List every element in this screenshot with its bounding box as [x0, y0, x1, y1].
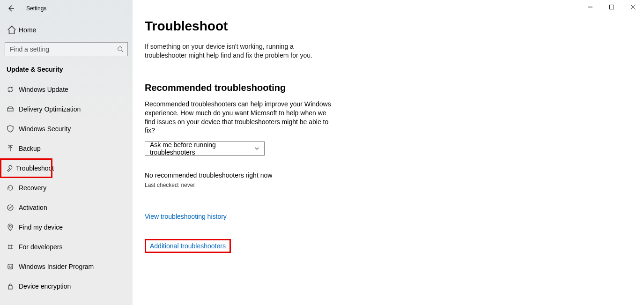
view-history-link[interactable]: View troubleshooting history: [145, 213, 227, 220]
nav-label: Windows Security: [19, 125, 71, 133]
svg-line-2: [122, 51, 124, 52]
sidebar-item-windows-security[interactable]: Windows Security: [0, 119, 133, 139]
check-icon: [7, 204, 17, 211]
search-input[interactable]: [9, 45, 117, 53]
shield-icon: [7, 125, 17, 133]
settings-header-title: Settings: [26, 5, 46, 12]
sidebar-item-troubleshoot[interactable]: Troubleshoot: [0, 158, 52, 178]
sidebar-item-windows-update[interactable]: Windows Update: [0, 80, 133, 99]
content: Troubleshoot If something on your device…: [133, 0, 644, 305]
chevron-down-icon: [254, 146, 259, 151]
sidebar-item-activation[interactable]: Activation: [0, 198, 133, 217]
sidebar-item-for-developers[interactable]: For developers: [0, 237, 133, 257]
svg-point-10: [11, 266, 12, 267]
additional-troubleshooters-link[interactable]: Additional troubleshooters: [150, 242, 226, 250]
maximize-button[interactable]: [601, 0, 622, 14]
location-icon: [7, 223, 17, 231]
sidebar-header: Settings: [0, 0, 133, 17]
sidebar-item-home[interactable]: Home: [0, 20, 133, 40]
recommended-heading: Recommended troubleshooting: [145, 82, 644, 93]
nav-label: Recovery: [19, 184, 46, 192]
maximize-icon: [609, 5, 614, 9]
nav-label: Backup: [19, 145, 41, 152]
sidebar-item-recovery[interactable]: Recovery: [0, 178, 133, 198]
nav-label: Activation: [19, 204, 47, 211]
page-title: Troubleshoot: [145, 19, 644, 34]
search-icon: [117, 46, 124, 52]
sync-icon: [7, 86, 17, 93]
minimize-button[interactable]: [579, 0, 601, 14]
sidebar-item-delivery-optimization[interactable]: Delivery Optimization: [0, 99, 133, 119]
nav-label: Windows Update: [19, 86, 68, 93]
arrow-left-icon: [7, 5, 15, 12]
page-intro: If something on your device isn't workin…: [145, 42, 332, 60]
developer-icon: [7, 243, 17, 251]
nav-label: Windows Insider Program: [19, 263, 94, 270]
dropdown-value: Ask me before running troubleshooters: [150, 141, 254, 156]
sidebar-item-backup[interactable]: Backup: [0, 139, 133, 158]
svg-rect-8: [8, 264, 13, 269]
sidebar-item-insider[interactable]: Windows Insider Program: [0, 257, 133, 276]
wrench-icon: [7, 164, 14, 172]
sidebar-item-device-encryption[interactable]: Device encryption: [0, 276, 133, 296]
search-box[interactable]: [5, 42, 128, 56]
sidebar-nav: Windows Update Delivery Optimization Win…: [0, 80, 133, 296]
nav-label: Find my device: [19, 223, 63, 231]
recovery-icon: [7, 184, 17, 192]
no-recommended-status: No recommended troubleshooters right now: [145, 171, 644, 179]
nav-label: Troubleshoot: [16, 164, 54, 172]
sidebar-item-find-my-device[interactable]: Find my device: [0, 217, 133, 237]
svg-rect-11: [8, 286, 12, 289]
svg-point-7: [9, 225, 11, 227]
nav-label: Device encryption: [19, 283, 71, 290]
nav-label: For developers: [19, 243, 62, 251]
section-title: Update & Security: [0, 56, 133, 75]
sidebar: Settings Home Update & Security Windows …: [0, 0, 133, 305]
home-icon: [7, 25, 17, 35]
svg-rect-13: [610, 5, 614, 9]
troubleshoot-preference-dropdown[interactable]: Ask me before running troubleshooters: [145, 141, 265, 156]
svg-point-1: [118, 47, 122, 51]
additional-troubleshooters-highlight: Additional troubleshooters: [145, 239, 231, 253]
last-checked: Last checked: never: [145, 182, 644, 188]
window-controls: [579, 0, 644, 14]
svg-rect-3: [7, 108, 13, 111]
minimize-icon: [588, 5, 592, 9]
close-button[interactable]: [622, 0, 644, 14]
backup-icon: [7, 145, 17, 152]
nav-label: Delivery Optimization: [19, 105, 81, 113]
delivery-icon: [7, 105, 17, 113]
search-wrap: [0, 41, 133, 56]
svg-point-9: [9, 266, 10, 267]
close-icon: [631, 5, 636, 9]
recommended-description: Recommended troubleshooters can help imp…: [145, 100, 332, 135]
back-button[interactable]: [5, 2, 17, 15]
lock-icon: [7, 283, 17, 290]
svg-point-6: [7, 205, 13, 210]
insider-icon: [7, 263, 17, 270]
home-label: Home: [19, 26, 36, 34]
